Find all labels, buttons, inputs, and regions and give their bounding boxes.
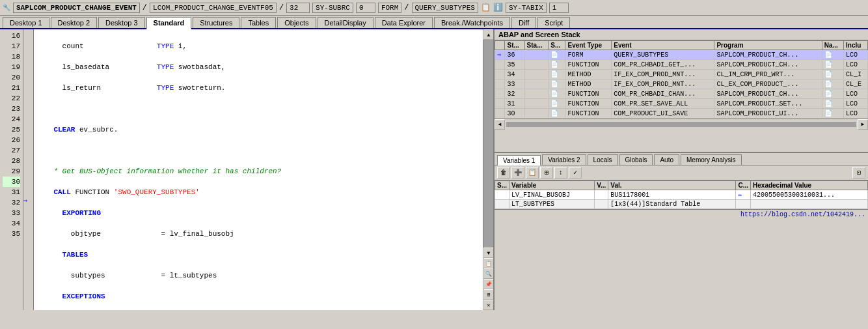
vars-tab-memory[interactable]: Memory Analysis bbox=[681, 154, 742, 165]
line-numbers: 16 17 18 19 20 21 22 23 24 25 26 27 28 2… bbox=[0, 29, 23, 310]
vars-table: S... Variable V... Val. C... Hexadecimal… bbox=[495, 180, 868, 209]
top-toolbar: 🔧 SAPLCOM_PRODUCT_CHANGE_EVENT / LCOM_PR… bbox=[0, 0, 868, 16]
hscroll-right[interactable]: ▶ bbox=[858, 119, 868, 130]
line-number[interactable]: 32 bbox=[286, 3, 310, 13]
program-name[interactable]: SAPLCOM_PRODUCT_CHANGE_EVENT bbox=[13, 3, 140, 13]
vars-tab-globals[interactable]: Globals bbox=[619, 154, 653, 165]
var-hex-1: 420055005300310031... bbox=[751, 190, 868, 200]
stack-row-34[interactable]: 34 📄 METHOD IF_EX_COM_PROD_MNT... CL_IM_… bbox=[495, 70, 868, 79]
vars-tool-arrow[interactable]: ↕ bbox=[554, 167, 567, 179]
scroll-track[interactable] bbox=[483, 40, 493, 248]
code-line-16: count TYPE i, bbox=[36, 41, 480, 51]
tab-standard[interactable]: Standard bbox=[146, 17, 192, 29]
stack-row-35[interactable]: 35 📄 FUNCTION COM_PR_CHBADI_GET_... SAPL… bbox=[495, 60, 868, 70]
stack-col-s[interactable]: S... bbox=[549, 41, 565, 50]
status-url: https://blog.csdn.net/1042419... bbox=[740, 211, 865, 218]
var-edit-1[interactable]: ✏ bbox=[736, 190, 751, 200]
vertical-scrollbar[interactable]: ▲ ▼ 📋 🔍 📌 ⊞ ✕ bbox=[483, 29, 493, 310]
vars-col-val[interactable]: Val. bbox=[608, 181, 736, 190]
scroll-icon5[interactable]: ✕ bbox=[483, 300, 493, 310]
var-val-2: [1x3(44)]Standard Table bbox=[608, 200, 736, 209]
vars-row-1[interactable]: LV_FINAL_BUSOBJ BUS1178001 ✏ 42005500530… bbox=[495, 190, 868, 200]
code-line-22: * Get BUS-Object information whether it … bbox=[36, 166, 480, 177]
code-line-20: CLEAR ev_subrc. bbox=[36, 124, 480, 135]
main-tab-bar: Desktop 1 Desktop 2 Desktop 3 Standard S… bbox=[0, 16, 868, 29]
vars-tab-auto[interactable]: Auto bbox=[654, 154, 679, 165]
tab-dataexplorer[interactable]: Data Explorer bbox=[375, 17, 433, 28]
stack-row-32[interactable]: 32 📄 FUNCTION COM_PR_CHBADI_CHAN... SAPL… bbox=[495, 89, 868, 99]
stack-col-event[interactable]: Event bbox=[612, 41, 714, 50]
vars-col-s[interactable]: S... bbox=[495, 181, 509, 190]
scroll-icon3[interactable]: 📌 bbox=[483, 279, 493, 289]
stack-row-30[interactable]: 30 📄 FUNCTION COM_PRODUCT_UI_SAVE SAPLCO… bbox=[495, 109, 868, 119]
stack-col-eventtype[interactable]: Event Type bbox=[565, 41, 612, 50]
vars-col-v[interactable]: V... bbox=[595, 181, 608, 190]
scroll-icon2[interactable]: 🔍 bbox=[483, 268, 493, 279]
stack-row-sta bbox=[524, 50, 549, 60]
code-line-18: ls_return TYPE swotreturn. bbox=[36, 83, 480, 93]
stack-row-type: FORM bbox=[565, 50, 612, 60]
vars-tool-expand[interactable]: ⊡ bbox=[852, 167, 865, 179]
stack-row-num: 36 bbox=[505, 50, 524, 60]
vars-col-c[interactable]: C... bbox=[736, 181, 751, 190]
vars-row-2[interactable]: LT_SUBTYPES [1x3(44)]Standard Table bbox=[495, 200, 868, 209]
tab-breakpoints[interactable]: Break./Watchpoints bbox=[434, 17, 510, 28]
vars-tool-merge[interactable]: ⊞ bbox=[540, 167, 553, 179]
icon-btn2[interactable]: ℹ️ bbox=[493, 3, 503, 12]
stack-row-31[interactable]: 31 📄 FUNCTION COM_PR_SET_SAVE_ALL SAPLCO… bbox=[495, 99, 868, 109]
stack-col-sta[interactable]: Sta... bbox=[524, 41, 549, 50]
field1-name: SY-SUBRC bbox=[312, 3, 353, 13]
scroll-icon4[interactable]: ⊞ bbox=[483, 289, 493, 300]
breakpoint-col: ⇒ bbox=[23, 29, 34, 310]
tab-desktop1[interactable]: Desktop 1 bbox=[3, 17, 49, 28]
var-val-1: BUS1178001 bbox=[608, 190, 736, 200]
stack-col-st[interactable]: St... bbox=[505, 41, 524, 50]
stack-row-icon: 📄 bbox=[549, 50, 565, 60]
tab-objects[interactable]: Objects bbox=[277, 17, 316, 28]
tab-desktop2[interactable]: Desktop 2 bbox=[51, 17, 98, 28]
vars-tool-delete[interactable]: 🗑 bbox=[497, 167, 510, 179]
vars-tab-2[interactable]: Variables 2 bbox=[542, 154, 586, 165]
scroll-down-btn[interactable]: ▼ bbox=[483, 248, 493, 258]
tab-detaildisplay[interactable]: DetailDisplay bbox=[318, 17, 373, 28]
vars-col-hex[interactable]: Hexadecimal Value bbox=[751, 181, 868, 190]
hscroll-track[interactable] bbox=[506, 122, 856, 127]
field2-value[interactable]: 1 bbox=[549, 3, 569, 13]
stack-col-arrow bbox=[495, 41, 505, 50]
vars-toolbar: 🗑 ➕ 📋 ⊞ ↕ ✓ ⊡ bbox=[495, 165, 868, 180]
stack-row-33[interactable]: 33 📄 METHOD IF_EX_COM_PROD_MNT... CL_EX_… bbox=[495, 79, 868, 89]
vars-tool-copy[interactable]: 📋 bbox=[526, 167, 539, 179]
vars-tool-check[interactable]: ✓ bbox=[569, 167, 582, 179]
sep1: / bbox=[142, 3, 147, 12]
vars-tool-add[interactable]: ➕ bbox=[511, 167, 524, 179]
stack-col-inclu[interactable]: Inclu bbox=[844, 41, 868, 50]
stack-panel: ABAP and Screen Stack St... Sta... S... … bbox=[495, 29, 868, 153]
stack-table: St... Sta... S... Event Type Event Progr… bbox=[495, 40, 868, 119]
vars-tab-locals[interactable]: Locals bbox=[588, 154, 618, 165]
var-hex-2 bbox=[751, 200, 868, 209]
stack-row-program: SAPLCOM_PRODUCT_CH... bbox=[714, 50, 822, 60]
right-panel: ABAP and Screen Stack St... Sta... S... … bbox=[495, 29, 868, 310]
tab-tables[interactable]: Tables bbox=[241, 17, 276, 28]
form-name: QUERY_SUBTYPES bbox=[412, 3, 478, 13]
scroll-icon1[interactable]: 📋 bbox=[483, 258, 493, 268]
tab-structures[interactable]: Structures bbox=[193, 17, 239, 28]
vars-panel: Variables 1 Variables 2 Locals Globals A… bbox=[495, 153, 868, 310]
hscroll-left[interactable]: ◀ bbox=[495, 119, 505, 130]
field1-value[interactable]: 0 bbox=[356, 3, 375, 13]
scroll-up-btn[interactable]: ▲ bbox=[483, 29, 493, 40]
var-name-1: LV_FINAL_BUSOBJ bbox=[509, 190, 595, 200]
vars-tab-1[interactable]: Variables 1 bbox=[497, 155, 541, 165]
code-content[interactable]: count TYPE i, ls_basedata TYPE swotbasda… bbox=[34, 29, 483, 310]
stack-hscroll[interactable]: ◀ ▶ bbox=[495, 119, 868, 129]
stack-col-na[interactable]: Na... bbox=[822, 41, 843, 50]
tab-script[interactable]: Script bbox=[537, 17, 570, 28]
include-name[interactable]: LCOM_PRODUCT_CHANGE_EVENTF05 bbox=[150, 3, 277, 13]
tab-diff[interactable]: Diff bbox=[511, 17, 536, 28]
stack-row-36[interactable]: ⇒ 36 📄 FORM QUERY_SUBTYPES SAPLCOM_PRODU… bbox=[495, 50, 868, 60]
icon-btn1[interactable]: 📋 bbox=[481, 3, 491, 12]
program-icon: 🔧 bbox=[3, 4, 10, 12]
stack-col-program[interactable]: Program bbox=[714, 41, 822, 50]
tab-desktop3[interactable]: Desktop 3 bbox=[98, 17, 145, 28]
vars-col-var[interactable]: Variable bbox=[509, 181, 595, 190]
